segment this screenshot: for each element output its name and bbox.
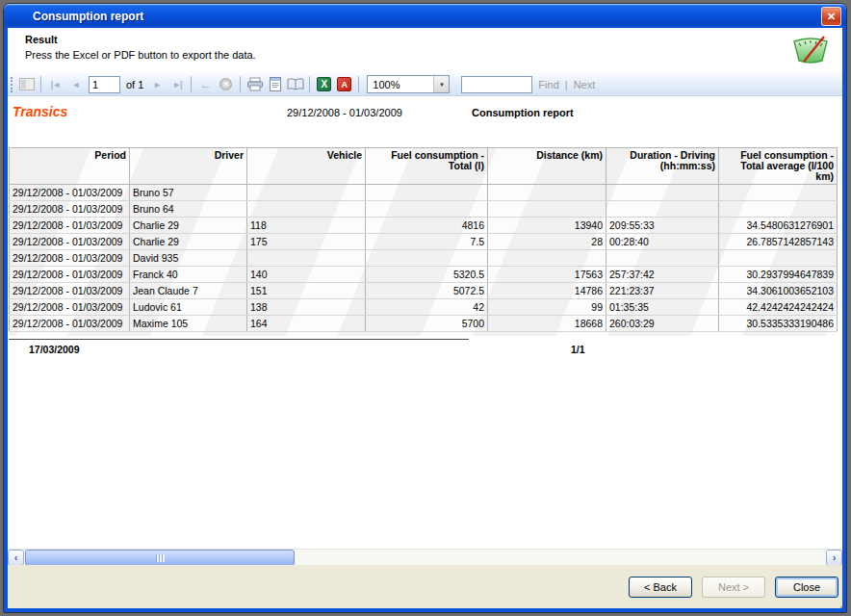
scrollbar-right-button[interactable]: ›	[826, 550, 842, 565]
table-row: 29/12/2008 - 01/03/2009Ludovic 611384299…	[10, 299, 838, 316]
separator	[240, 76, 241, 92]
table-cell: 118	[247, 218, 366, 234]
zoom-value: 100%	[368, 79, 433, 90]
wizard-header: Result Press the Excel or PDF button to …	[8, 28, 842, 73]
table-cell: 34.5480631276901	[719, 218, 838, 234]
table-cell: David 935	[130, 250, 247, 267]
table-cell: 29/12/2008 - 01/03/2009	[10, 218, 130, 234]
report-table: PeriodDriverVehicleFuel consumption - To…	[9, 147, 838, 332]
separator	[358, 76, 359, 92]
back-button[interactable]: < Back	[629, 577, 692, 598]
table-row: 29/12/2008 - 01/03/2009Franck 401405320.…	[10, 267, 838, 283]
column-header: Duration - Driving (hh:mm:ss)	[606, 148, 719, 185]
scroll-right-icon: ›	[833, 552, 837, 563]
button-bar: < Back Next > Close	[8, 565, 842, 608]
last-page-button[interactable]: ►|	[168, 75, 186, 93]
table-cell: Bruno 57	[130, 185, 247, 201]
previous-page-icon: ◄	[72, 80, 80, 90]
table-cell: 7.5	[366, 234, 488, 250]
table-cell: 138	[247, 299, 366, 316]
table-header-row: PeriodDriverVehicleFuel consumption - To…	[10, 148, 838, 185]
find-separator: |	[565, 79, 568, 90]
table-row: 29/12/2008 - 01/03/2009Maxime 1051645700…	[10, 316, 838, 332]
table-cell: 30.2937994647839	[719, 267, 838, 283]
column-header: Vehicle	[247, 148, 366, 185]
table-cell: 29/12/2008 - 01/03/2009	[10, 299, 130, 316]
window-title: Consumption report	[4, 10, 143, 23]
stop-icon: ✕	[219, 78, 232, 90]
table-cell: Charlie 29	[130, 218, 247, 234]
toolbar-grip[interactable]	[11, 77, 13, 92]
separator	[191, 76, 192, 92]
back-navigation-button[interactable]: ←	[196, 75, 215, 93]
table-cell: 17563	[488, 267, 606, 283]
table-cell: 5072.5	[366, 283, 488, 299]
fuel-gauge-icon	[790, 34, 831, 65]
step-title: Result	[25, 34, 58, 45]
table-cell: 42.4242424242424	[719, 299, 838, 316]
table-row: 29/12/2008 - 01/03/2009Jean Claude 71515…	[10, 283, 838, 299]
scrollbar-left-button[interactable]: ‹	[8, 550, 24, 565]
export-pdf-button[interactable]: A	[335, 75, 353, 93]
table-cell	[247, 201, 366, 218]
scroll-left-icon: ‹	[14, 552, 18, 563]
scrollbar-thumb[interactable]	[25, 550, 295, 565]
stop-button[interactable]: ✕	[217, 75, 235, 93]
table-cell: 29/12/2008 - 01/03/2009	[10, 250, 130, 267]
table-cell	[247, 250, 366, 267]
report-footer-line	[9, 339, 469, 340]
page-setup-icon	[287, 78, 304, 91]
close-icon: ✕	[827, 11, 836, 22]
document-map-button[interactable]	[17, 75, 36, 93]
table-cell: 5320.5	[366, 267, 488, 283]
table-row: 29/12/2008 - 01/03/2009Bruno 64	[10, 201, 838, 218]
table-cell: Charlie 29	[130, 234, 247, 250]
close-button[interactable]: ✕	[821, 7, 841, 26]
table-cell: 26.7857142857143	[719, 234, 838, 250]
table-cell: Franck 40	[130, 267, 247, 283]
column-header: Fuel consumption - Total average (l/100 …	[719, 148, 838, 185]
report-page-indicator: 1/1	[571, 344, 585, 355]
find-input[interactable]	[461, 76, 532, 93]
printer-icon	[246, 77, 264, 91]
report-footer-date: 17/03/2009	[29, 344, 80, 355]
table-cell	[606, 201, 719, 218]
table-row: 29/12/2008 - 01/03/2009Charlie 291184816…	[10, 218, 838, 234]
table-cell: 01:35:35	[606, 299, 719, 316]
next-page-button[interactable]: ►	[147, 75, 166, 93]
zoom-select[interactable]: 100% ▼	[367, 75, 450, 93]
print-layout-icon	[268, 77, 283, 91]
export-excel-button[interactable]: X	[315, 75, 333, 93]
table-cell: 14786	[488, 283, 606, 299]
table-cell: 99	[488, 299, 606, 316]
title-bar[interactable]: Consumption report ✕	[4, 4, 846, 28]
page-setup-button[interactable]	[286, 75, 304, 93]
table-cell	[719, 185, 838, 201]
page-number-input[interactable]	[89, 76, 120, 93]
table-cell: 209:55:33	[606, 218, 719, 234]
table-cell: 42	[366, 299, 488, 316]
horizontal-scrollbar[interactable]: ‹ ›	[8, 549, 842, 565]
previous-page-button[interactable]: ◄	[66, 75, 85, 93]
next-page-icon: ►	[153, 80, 161, 90]
table-cell: 5700	[366, 316, 488, 332]
print-button[interactable]	[245, 75, 264, 93]
table-cell: 175	[247, 234, 366, 250]
table-cell: 29/12/2008 - 01/03/2009	[10, 267, 130, 283]
first-page-button[interactable]: |◄	[46, 75, 64, 93]
close-dialog-button[interactable]: Close	[775, 577, 838, 598]
find-button[interactable]: Find	[538, 79, 558, 90]
table-cell: Bruno 64	[130, 201, 247, 218]
table-cell: 257:37:42	[606, 267, 719, 283]
table-cell	[488, 250, 606, 267]
report-viewport: Transics 29/12/2008 - 01/03/2009 Consump…	[8, 96, 842, 565]
next-button[interactable]: Next >	[702, 577, 765, 598]
report-date-range: 29/12/2008 - 01/03/2009	[287, 107, 402, 118]
print-layout-button[interactable]	[266, 75, 284, 93]
document-map-icon	[19, 78, 35, 90]
table-cell: Jean Claude 7	[130, 283, 247, 299]
resize-grip-icon[interactable]	[837, 603, 839, 605]
find-next-button[interactable]: Next	[574, 79, 596, 90]
table-cell: 140	[247, 267, 366, 283]
first-page-icon: |◄	[51, 80, 60, 90]
